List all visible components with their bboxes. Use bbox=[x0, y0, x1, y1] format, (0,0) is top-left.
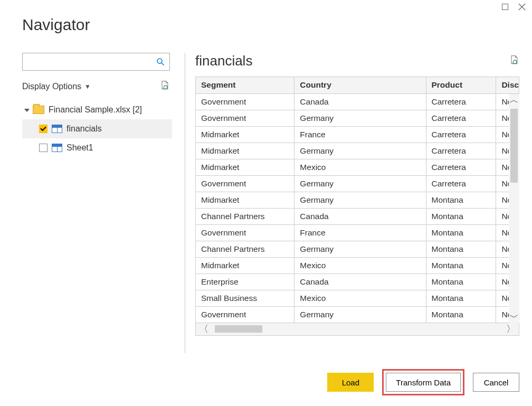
table-cell: Montana bbox=[426, 306, 496, 323]
table-row[interactable]: GovernmentFranceMontanaNo bbox=[196, 224, 519, 241]
table-row[interactable]: GovernmentGermanyCarreteraNo bbox=[196, 175, 519, 192]
scroll-thumb[interactable] bbox=[215, 325, 262, 333]
search-input[interactable] bbox=[22, 53, 170, 71]
table-cell: Channel Partners bbox=[196, 208, 294, 224]
table-cell: Montana bbox=[426, 192, 496, 208]
close-icon[interactable] bbox=[518, 3, 526, 11]
table-row[interactable]: MidmarketMexicoCarreteraNo bbox=[196, 159, 519, 175]
table-row[interactable]: MidmarketFranceCarreteraNo bbox=[196, 126, 519, 143]
table-cell: Carretera bbox=[426, 159, 496, 175]
table-cell: Carretera bbox=[426, 93, 496, 110]
table-cell: Montana bbox=[426, 290, 496, 306]
display-options-dropdown[interactable]: Display Options ▼ bbox=[22, 82, 91, 91]
checkbox-financials[interactable] bbox=[39, 125, 48, 133]
folder-icon bbox=[33, 106, 44, 114]
tree-root-label: Financial Sample.xlsx [2] bbox=[49, 105, 142, 115]
table-cell: Canada bbox=[294, 93, 426, 110]
table-cell: Germany bbox=[294, 110, 426, 126]
column-header[interactable]: Segment bbox=[196, 77, 294, 93]
scroll-left-icon[interactable]: 〈 bbox=[199, 323, 208, 335]
table-row[interactable]: GovernmentCanadaCarreteraNo bbox=[196, 93, 519, 110]
table-row[interactable]: GovernmentGermanyMontanaNo bbox=[196, 306, 519, 323]
table-cell: Montana bbox=[426, 273, 496, 290]
table-row[interactable]: Channel PartnersGermanyMontanaNo bbox=[196, 241, 519, 257]
table-icon bbox=[52, 125, 62, 133]
table-cell: Midmarket bbox=[196, 257, 294, 273]
table-cell: Midmarket bbox=[196, 143, 294, 159]
table-row[interactable]: EnterpriseCanadaMontanaNo bbox=[196, 273, 519, 290]
tree-root-item[interactable]: Financial Sample.xlsx [2] bbox=[22, 100, 180, 119]
table-row[interactable]: MidmarketGermanyMontanaNo bbox=[196, 192, 519, 208]
tree-item-label: Sheet1 bbox=[66, 143, 93, 153]
table-cell: Mexico bbox=[294, 159, 426, 175]
chevron-down-icon: ▼ bbox=[84, 83, 91, 90]
tree-item-financials[interactable]: financials bbox=[22, 119, 172, 138]
table-cell: Canada bbox=[294, 273, 426, 290]
tree-item-sheet1[interactable]: Sheet1 bbox=[22, 138, 172, 157]
table-cell: Germany bbox=[294, 306, 426, 323]
table-cell: Germany bbox=[294, 192, 426, 208]
column-header[interactable]: Product bbox=[426, 77, 496, 93]
table-cell: Small Business bbox=[196, 290, 294, 306]
horizontal-scrollbar[interactable]: 〈 〉 bbox=[196, 323, 519, 336]
highlight-annotation: Transform Data bbox=[382, 369, 464, 395]
table-cell: France bbox=[294, 126, 426, 143]
checkbox-sheet1[interactable] bbox=[39, 144, 48, 152]
table-cell: Canada bbox=[294, 208, 426, 224]
table-cell: Montana bbox=[426, 208, 496, 224]
search-icon bbox=[156, 57, 165, 67]
divider bbox=[185, 53, 185, 353]
table-cell: Germany bbox=[294, 241, 426, 257]
table-cell: Germany bbox=[294, 175, 426, 192]
table-icon bbox=[52, 144, 62, 152]
page-title: Navigator bbox=[22, 16, 90, 34]
scroll-thumb[interactable] bbox=[510, 109, 518, 183]
vertical-scrollbar[interactable]: ︿ ﹀ bbox=[509, 94, 519, 323]
table-cell: Montana bbox=[426, 241, 496, 257]
table-cell: Montana bbox=[426, 257, 496, 273]
navigator-tree: Financial Sample.xlsx [2] financials She… bbox=[22, 100, 180, 157]
table-header-row: Segment Country Product Discou bbox=[196, 77, 519, 93]
maximize-icon[interactable] bbox=[501, 3, 509, 11]
table-cell: Midmarket bbox=[196, 192, 294, 208]
table-cell: Enterprise bbox=[196, 273, 294, 290]
transform-data-button[interactable]: Transform Data bbox=[386, 373, 461, 392]
table-cell: Midmarket bbox=[196, 159, 294, 175]
table-cell: Government bbox=[196, 175, 294, 192]
svg-line-1 bbox=[162, 63, 164, 65]
table-row[interactable]: Small BusinessMexicoMontanaNo bbox=[196, 290, 519, 306]
table-cell: Carretera bbox=[426, 110, 496, 126]
table-cell: Midmarket bbox=[196, 126, 294, 143]
tree-item-label: financials bbox=[66, 124, 102, 134]
table-row[interactable]: GovernmentGermanyCarreteraNo bbox=[196, 110, 519, 126]
table-cell: Mexico bbox=[294, 290, 426, 306]
table-cell: Carretera bbox=[426, 175, 496, 192]
preview-title: financials bbox=[195, 53, 252, 69]
column-header[interactable]: Country bbox=[294, 77, 426, 93]
scroll-down-icon[interactable]: ﹀ bbox=[509, 311, 519, 323]
refresh-preview-icon[interactable] bbox=[509, 55, 519, 68]
load-button[interactable]: Load bbox=[327, 373, 374, 392]
table-cell: Government bbox=[196, 306, 294, 323]
caret-down-icon[interactable] bbox=[24, 109, 30, 112]
scroll-up-icon[interactable]: ︿ bbox=[509, 94, 519, 106]
table-cell: Carretera bbox=[426, 143, 496, 159]
table-cell: Carretera bbox=[426, 126, 496, 143]
table-row[interactable]: MidmarketGermanyCarreteraNo bbox=[196, 143, 519, 159]
refresh-tree-icon[interactable] bbox=[159, 80, 170, 93]
table-cell: Mexico bbox=[294, 257, 426, 273]
scroll-right-icon[interactable]: 〉 bbox=[506, 323, 516, 335]
column-header[interactable]: Discou bbox=[496, 77, 519, 93]
table-row[interactable]: Channel PartnersCanadaMontanaNo bbox=[196, 208, 519, 224]
table-cell: Government bbox=[196, 110, 294, 126]
table-cell: France bbox=[294, 224, 426, 241]
table-cell: Government bbox=[196, 224, 294, 241]
table-cell: Channel Partners bbox=[196, 241, 294, 257]
table-cell: Montana bbox=[426, 224, 496, 241]
svg-point-0 bbox=[157, 59, 162, 63]
cancel-button[interactable]: Cancel bbox=[473, 373, 519, 392]
table-row[interactable]: MidmarketMexicoMontanaNo bbox=[196, 257, 519, 273]
table-cell: Government bbox=[196, 93, 294, 110]
display-options-label: Display Options bbox=[22, 82, 81, 91]
preview-grid: Segment Country Product Discou Governmen… bbox=[195, 77, 519, 336]
